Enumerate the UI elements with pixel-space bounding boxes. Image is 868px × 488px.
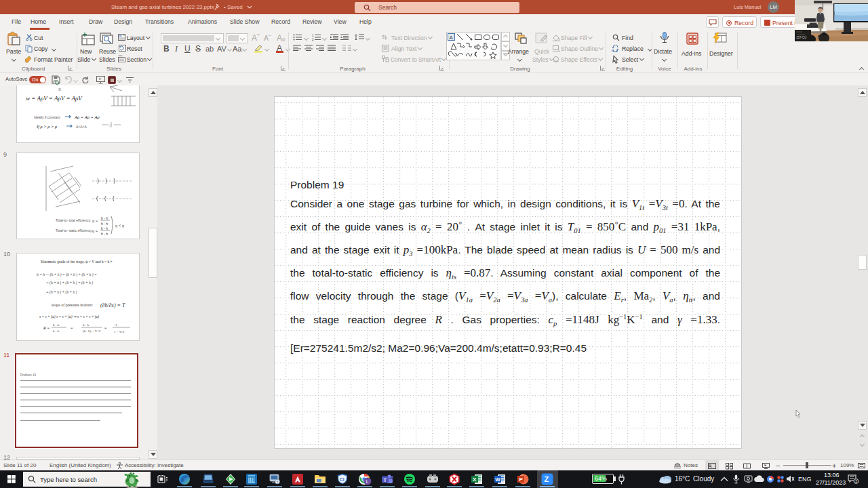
- svg-text:3: 3: [855, 479, 857, 483]
- svg-text:h - h: h - h: [101, 222, 108, 226]
- svg-text:157-CU: 157-CU: [796, 36, 807, 39]
- svg-text:1: 1: [115, 323, 117, 327]
- svg-text:s = s + (a) s = s + (a): s = s + (a) s = s + (a) ⇒ s = s + s + (a…: [39, 314, 99, 319]
- svg-text:Z: Z: [545, 475, 549, 483]
- svg-text:R =: R =: [43, 326, 50, 330]
- svg-text:A<A<A: A<A<A: [76, 125, 87, 129]
- svg-text:w = AρV = AρV = AρV: w = AρV = AρV = AρV: [26, 95, 83, 102]
- svg-text:(h - h) + V /2: (h - h) + V /2: [83, 329, 101, 333]
- svg-text:Total-to- static efficiency:: Total-to- static efficiency:: [56, 228, 93, 232]
- svg-text:Problem 19: Problem 19: [20, 373, 37, 377]
- svg-text:A: A: [450, 35, 454, 41]
- svg-text:= (h + h ) + (h + h ) + (h + h: = (h + h ) + (h + h ) + (h + h ): [46, 281, 93, 285]
- svg-text:L: L: [366, 479, 369, 484]
- svg-text:h - h: h - h: [101, 226, 108, 230]
- svg-text:W: W: [495, 476, 500, 483]
- svg-text:2: 2: [312, 38, 314, 41]
- svg-text:If ρ > ρ > ρ: If ρ > ρ > ρ: [36, 124, 57, 129]
- svg-text:= (h + h ) + (h + h ): = (h + h ) + (h + h ): [46, 290, 77, 295]
- svg-text:h - h: h - h: [53, 323, 60, 327]
- svg-text:1 + V/2: 1 + V/2: [114, 330, 125, 333]
- svg-text:T: T: [384, 477, 387, 483]
- svg-text:Total-to- total efficiency:: Total-to- total efficiency:: [56, 218, 91, 222]
- svg-text:3: 3: [58, 87, 61, 92]
- svg-text:(∂h/∂s) = T: (∂h/∂s) = T: [100, 302, 125, 308]
- svg-text:c: c: [616, 49, 618, 53]
- svg-text:X: X: [473, 476, 477, 483]
- svg-text:b: b: [612, 49, 614, 53]
- svg-text:h = h — (h + h ) = (h + h ) +: h = h — (h + h ) = (h + h ) + (h + h ) =: [37, 272, 97, 277]
- svg-text:=: =: [104, 326, 107, 330]
- svg-text:Ideally if constant: Ideally if constant: [34, 115, 60, 119]
- svg-text:Aρ = Aρ = Aρ: Aρ = Aρ = Aρ: [74, 115, 100, 119]
- svg-text:1: 1: [312, 34, 314, 37]
- svg-text:h - h: h - h: [83, 323, 90, 327]
- svg-text:slope of pressure isobars:: slope of pressure isobars:: [52, 303, 93, 307]
- svg-text:Kinematic grade of the stage,: Kinematic grade of the stage, ψ = V and …: [41, 260, 113, 264]
- svg-text:=: =: [71, 326, 73, 330]
- svg-text:CI: CI: [340, 477, 344, 482]
- svg-text:h - h: h - h: [101, 232, 108, 236]
- svg-text:η < η: η < η: [115, 224, 124, 228]
- svg-text:h - h: h - h: [101, 216, 108, 220]
- svg-text:η =: η =: [92, 219, 98, 223]
- svg-text:h - h: h - h: [53, 329, 60, 333]
- svg-text:P: P: [519, 476, 523, 483]
- svg-text:η =: η =: [92, 229, 98, 233]
